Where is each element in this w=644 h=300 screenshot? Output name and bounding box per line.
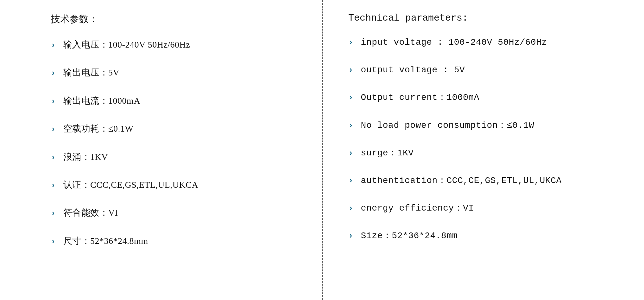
list-item: ›surge：1KV [348, 147, 625, 159]
param-text: No load power consumption：≤0.1W [361, 119, 534, 132]
right-title: Technical parameters: [348, 13, 625, 23]
left-column: 技术参数： ›输入电压：100-240V 50Hz/60Hz›输出电压：5V›输… [0, 0, 322, 300]
chevron-icon: › [51, 208, 56, 219]
param-text: authentication：CCC,CE,GS,ETL,UL,UKCA [361, 174, 562, 187]
page-container: 技术参数： ›输入电压：100-240V 50Hz/60Hz›输出电压：5V›输… [0, 0, 644, 300]
list-item: ›No load power consumption：≤0.1W [348, 119, 625, 132]
chevron-icon: › [51, 68, 56, 79]
param-text: 认证：CCC,CE,GS,ETL,UL,UKCA [63, 179, 199, 191]
chevron-icon: › [348, 92, 353, 103]
chevron-icon: › [51, 96, 56, 107]
chevron-icon: › [51, 124, 56, 135]
list-item: ›浪涌：1KV [51, 151, 303, 163]
list-item: ›尺寸：52*36*24.8mm [51, 235, 303, 247]
left-param-list: ›输入电压：100-240V 50Hz/60Hz›输出电压：5V›输出电流：10… [51, 38, 303, 247]
list-item: ›input voltage : 100-240V 50Hz/60Hz [348, 36, 625, 49]
right-column: Technical parameters: ›input voltage : 1… [322, 0, 644, 300]
list-item: ›energy efficiency：VI [348, 202, 625, 214]
left-title: 技术参数： [51, 13, 303, 26]
chevron-icon: › [51, 40, 56, 51]
param-text: output voltage : 5V [361, 64, 465, 76]
list-item: ›输出电流：1000mA [51, 95, 303, 107]
chevron-icon: › [348, 230, 353, 242]
param-text: input voltage : 100-240V 50Hz/60Hz [361, 36, 547, 49]
param-text: 输出电流：1000mA [63, 95, 141, 107]
chevron-icon: › [348, 203, 353, 214]
list-item: ›符合能效：VI [51, 206, 303, 219]
param-text: 尺寸：52*36*24.8mm [63, 235, 148, 247]
list-item: ›认证：CCC,CE,GS,ETL,UL,UKCA [51, 179, 303, 191]
list-item: ›authentication：CCC,CE,GS,ETL,UL,UKCA [348, 174, 625, 187]
param-text: Size：52*36*24.8mm [361, 230, 458, 242]
list-item: ›输入电压：100-240V 50Hz/60Hz [51, 38, 303, 51]
param-text: surge：1KV [361, 147, 414, 159]
chevron-icon: › [51, 180, 56, 191]
list-item: ›output voltage : 5V [348, 64, 625, 76]
list-item: ›Size：52*36*24.8mm [348, 230, 625, 242]
chevron-icon: › [348, 120, 353, 131]
right-param-list: ›input voltage : 100-240V 50Hz/60Hz›outp… [348, 36, 625, 242]
chevron-icon: › [348, 147, 353, 159]
param-text: 符合能效：VI [63, 206, 118, 219]
param-text: Output current：1000mA [361, 91, 480, 104]
list-item: ›Output current：1000mA [348, 91, 625, 104]
list-item: ›输出电压：5V [51, 66, 303, 79]
chevron-icon: › [348, 37, 353, 48]
param-text: 输入电压：100-240V 50Hz/60Hz [63, 38, 190, 51]
chevron-icon: › [51, 152, 56, 163]
param-text: 空载功耗：≤0.1W [63, 122, 134, 135]
chevron-icon: › [348, 64, 353, 76]
param-text: 浪涌：1KV [63, 151, 108, 163]
param-text: 输出电压：5V [63, 66, 120, 79]
param-text: energy efficiency：VI [361, 202, 474, 214]
list-item: ›空载功耗：≤0.1W [51, 122, 303, 135]
chevron-icon: › [348, 175, 353, 186]
chevron-icon: › [51, 236, 56, 247]
